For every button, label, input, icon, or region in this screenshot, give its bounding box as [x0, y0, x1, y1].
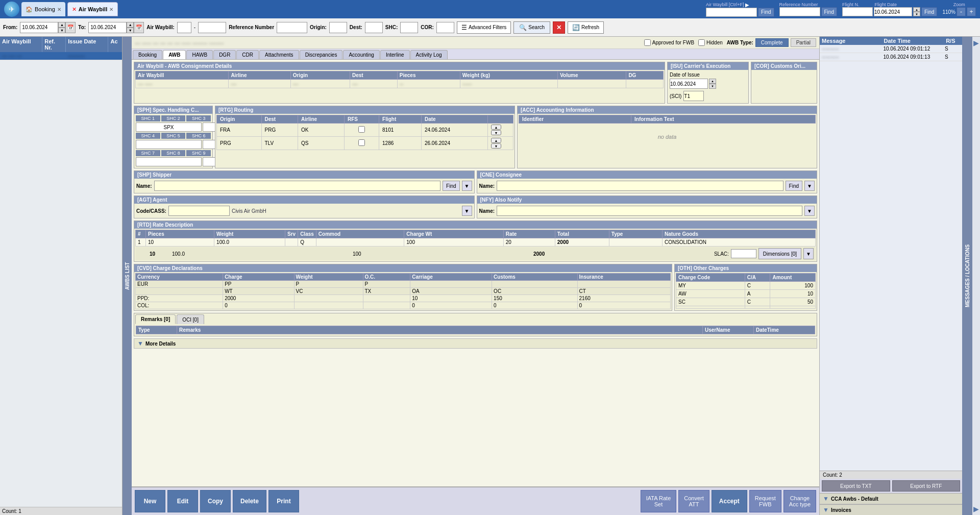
rate-row[interactable]: 1 10 100.0 Q 100 20 2000 CONSOLIDATION — [136, 238, 816, 247]
partial-button[interactable]: Partial — [791, 38, 816, 47]
advanced-filters-button[interactable]: ☰ Advanced Filters — [457, 21, 511, 34]
shipper-dropdown[interactable]: ▼ — [462, 181, 472, 191]
delete-button[interactable]: Delete — [233, 490, 266, 512]
air-waybill-find-button[interactable]: Find — [758, 8, 774, 17]
flight-date-up[interactable]: ▲ — [913, 7, 920, 12]
shc1-input[interactable] — [136, 122, 202, 132]
accept-button[interactable]: Accept — [712, 490, 747, 512]
tab-attachments[interactable]: Attachments — [259, 50, 299, 59]
tab-cdr[interactable]: CDR — [236, 50, 259, 59]
right-row-2[interactable]: ---------- 10.06.2024 09:01:13 S — [820, 53, 962, 61]
routing-up-2[interactable]: ▲ — [491, 138, 501, 143]
zoom-plus-button[interactable]: + — [967, 7, 976, 16]
tab-interline[interactable]: Interline — [380, 50, 410, 59]
other-charge-row-1[interactable]: MY C 100 — [676, 282, 816, 290]
convert-att-button[interactable]: Convert ATT — [678, 490, 709, 512]
dest-input[interactable] — [365, 22, 383, 33]
reference-number-filter-input[interactable] — [277, 22, 307, 33]
zoom-minus-button[interactable]: - — [957, 7, 966, 16]
messages-locations-label[interactable]: MESSAGES / LOCATIONS — [962, 37, 972, 515]
shipper-find-button[interactable]: Find — [443, 181, 459, 191]
routing-row-1[interactable]: FRA PRG OK 8101 24.06.2024 ▲ ▼ — [217, 124, 513, 137]
air-waybill-tab[interactable]: ✕ Air Waybill ✕ — [67, 2, 118, 16]
shc-input[interactable] — [400, 22, 418, 33]
export-rtf-button[interactable]: Export to RTF — [892, 480, 961, 492]
print-button[interactable]: Print — [268, 490, 299, 512]
shc7-input[interactable] — [136, 157, 202, 166]
request-fwb-button[interactable]: Request FWB — [749, 490, 781, 512]
agent-dropdown[interactable]: ▼ — [462, 206, 472, 216]
air-waybill-tab-close[interactable]: ✕ — [109, 7, 113, 12]
rfs2-check[interactable] — [358, 139, 365, 146]
refresh-button[interactable]: 🔄 Refresh — [568, 21, 604, 34]
consignee-find-button[interactable]: Find — [786, 181, 802, 191]
other-charge-row-2[interactable]: AW A 10 — [676, 290, 816, 298]
from-date-down[interactable]: ▼ — [58, 28, 65, 33]
consignee-name-input[interactable] — [497, 181, 783, 191]
oci-tab[interactable]: OCI [0] — [177, 314, 204, 324]
notify-name-input[interactable] — [497, 206, 802, 216]
tab-accounting[interactable]: Accounting — [343, 50, 379, 59]
shipper-name-input[interactable] — [154, 181, 440, 191]
booking-tab[interactable]: 🏠 Booking ✕ — [21, 2, 65, 16]
routing-row-2[interactable]: PRG TLV QS 1286 26.06.2024 ▲ ▼ — [217, 137, 513, 150]
from-calendar-button[interactable]: 📅 — [65, 22, 76, 33]
to-date-input[interactable] — [88, 22, 127, 33]
tab-discrepancies[interactable]: Discrepancies — [300, 50, 343, 59]
search-button[interactable]: 🔍 Search — [513, 21, 550, 34]
list-item[interactable]: --- ---- --- ---------- — [0, 52, 122, 60]
change-acc-type-button[interactable]: Change Acc type — [783, 490, 816, 512]
copy-button[interactable]: Copy — [200, 490, 231, 512]
to-calendar-button[interactable]: 📅 — [134, 22, 144, 33]
consignee-dropdown[interactable]: ▼ — [804, 181, 815, 191]
booking-tab-close[interactable]: ✕ — [57, 7, 61, 12]
hidden-check[interactable]: Hidden — [698, 39, 723, 46]
cca-toggle[interactable]: ▼ CCA Awbs - Default — [820, 494, 962, 504]
routing-down-2[interactable]: ▼ — [491, 143, 501, 149]
origin-input[interactable] — [329, 22, 347, 33]
iata-rate-set-button[interactable]: IATA Rate Set — [641, 490, 677, 512]
reference-number-input[interactable] — [779, 7, 820, 16]
doi-down[interactable]: ▼ — [709, 84, 716, 89]
hidden-checkbox[interactable] — [698, 39, 705, 46]
air-waybill-search-input[interactable] — [706, 8, 757, 17]
shc4-input[interactable] — [136, 140, 202, 149]
export-txt-button[interactable]: Export to TXT — [822, 480, 890, 492]
flight-n-input[interactable] — [842, 7, 873, 16]
edit-button[interactable]: Edit — [167, 490, 198, 512]
complete-button[interactable]: Complete — [755, 38, 789, 47]
flight-find-button[interactable]: Find — [921, 7, 937, 16]
notify-dropdown[interactable]: ▼ — [804, 206, 815, 216]
awbs-list-label[interactable]: AWBS LIST — [122, 37, 132, 515]
rfs1-check[interactable] — [358, 126, 365, 133]
dimensions-button[interactable]: Dimensions [0] — [758, 248, 801, 259]
cor-input[interactable] — [436, 22, 454, 33]
tab-booking[interactable]: Booking — [133, 50, 162, 59]
from-date-input[interactable] — [20, 22, 58, 33]
remarks-tab[interactable]: Remarks [0] — [135, 314, 176, 324]
from-date-up[interactable]: ▲ — [58, 22, 65, 28]
new-button[interactable]: New — [135, 490, 165, 512]
agent-code-input[interactable] — [168, 206, 230, 216]
date-of-issue-input[interactable] — [670, 79, 708, 89]
flight-date-input[interactable] — [874, 7, 912, 16]
awb-prefix-input[interactable] — [177, 22, 191, 33]
right-collapse-down[interactable]: ▶ — [973, 505, 979, 513]
tab-awb[interactable]: AWB — [163, 50, 186, 59]
invoices-toggle[interactable]: ▼ Invoices — [820, 505, 962, 515]
approved-fwb-check[interactable]: Approved for FWB — [644, 39, 694, 46]
reference-number-find-button[interactable]: Find — [821, 7, 837, 16]
routing-down-1[interactable]: ▼ — [491, 130, 501, 135]
awb-number-input[interactable] — [198, 22, 226, 33]
more-details-row[interactable]: ▼ More Details — [134, 338, 817, 349]
other-charge-row-3[interactable]: SC C 50 — [676, 298, 816, 306]
tab-activity-log[interactable]: Activity Log — [410, 50, 448, 59]
doi-up[interactable]: ▲ — [709, 79, 716, 84]
slac-input[interactable] — [731, 249, 756, 258]
sci-input[interactable] — [683, 91, 704, 101]
flight-date-down[interactable]: ▼ — [913, 12, 920, 16]
routing-up-1[interactable]: ▲ — [491, 125, 501, 130]
other-charge-row-4[interactable] — [676, 306, 816, 309]
right-collapse-up[interactable]: ▶ — [973, 39, 979, 47]
dimensions-dropdown[interactable]: ▼ — [803, 248, 814, 259]
